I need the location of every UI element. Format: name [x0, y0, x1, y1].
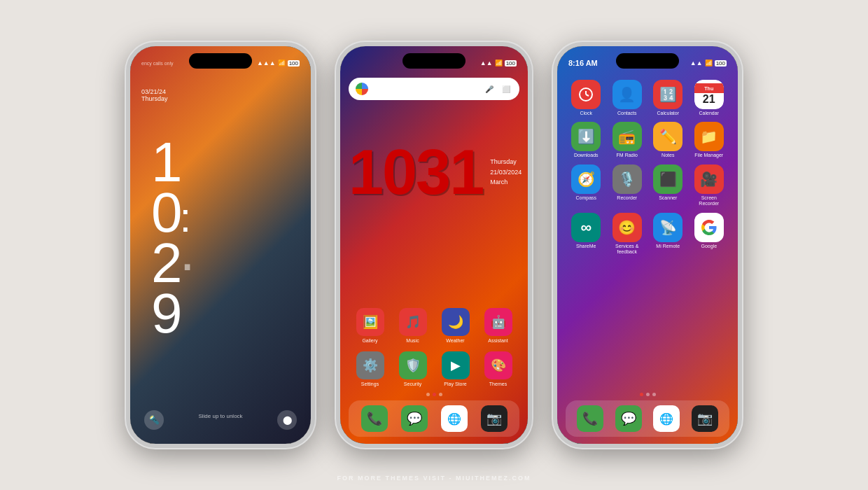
lens-icon[interactable]: ⬜ [500, 83, 512, 95]
app-row-1: 🖼️ Gallery 🎵 Music 🌙 Weather 🤖 [349, 308, 519, 343]
settings-icon: ⚙️ [356, 351, 384, 379]
dot-2 [433, 393, 436, 396]
app-grid-phone2: 🖼️ Gallery 🎵 Music 🌙 Weather 🤖 [349, 308, 519, 395]
miremote-icon: 📡 [653, 213, 682, 242]
app-playstore[interactable]: ▶ Play Store [438, 351, 473, 386]
phone3-time: 8:16 AM [568, 59, 598, 67]
app-shareme[interactable]: ∞ ShareMe [568, 213, 604, 255]
screenrecorder-icon: 🎥 [694, 164, 724, 194]
phone-2-homescreen: ▲▲ 📶 100 🎤 ⬜ 10 31 [336, 42, 532, 448]
google-icon [694, 213, 724, 242]
screenrecorder-label: Screen Recorder [691, 195, 727, 207]
page-indicator-phone3 [557, 393, 738, 396]
watermark: FOR MORE THEMES VISIT - MIUITHEMEZ.COM [0, 475, 868, 482]
dock-chrome-icon[interactable]: 🌐 [441, 405, 468, 432]
calendar-label: Calendar [699, 111, 719, 116]
app-compass[interactable]: 🧭 Compass [568, 164, 604, 207]
mic-icon[interactable]: 🎤 [483, 83, 496, 95]
app-security[interactable]: 🛡️ Security [396, 351, 430, 386]
app-themes[interactable]: 🎨 Themes [481, 351, 516, 386]
app-miremote[interactable]: 📡 Mi Remote [650, 213, 686, 255]
dock-p3-phone-icon[interactable]: 📞 [577, 405, 603, 432]
scanner-icon: ⬛ [653, 164, 682, 194]
app-google[interactable]: Google [691, 213, 727, 255]
app-row-p3-2: ⬇️ Downloads 📻 FM Radio ✏️ Notes 📁 [566, 122, 729, 158]
notes-icon: ✏️ [653, 122, 682, 151]
app-clock[interactable]: Clock [568, 80, 604, 116]
app-fmradio[interactable]: 📻 FM Radio [609, 122, 645, 158]
app-assistant[interactable]: 🤖 Assistant [481, 308, 516, 343]
app-notes[interactable]: ✏️ Notes [650, 122, 686, 158]
app-calculator[interactable]: 🔢 Calculator [650, 80, 686, 116]
widget-date: 21/03/2024 [490, 167, 522, 177]
app-services[interactable]: 😊 Services & feedback [609, 213, 645, 255]
services-label: Services & feedback [609, 244, 645, 255]
miremote-label: Mi Remote [656, 244, 680, 249]
clock-icon [571, 80, 601, 109]
dock-camera-icon[interactable]: 📷 [481, 405, 507, 432]
playstore-label: Play Store [444, 382, 466, 386]
shareme-label: ShareMe [576, 244, 596, 249]
downloads-label: Downloads [574, 153, 598, 158]
app-row-p3-4: ∞ ShareMe 😊 Services & feedback 📡 Mi Rem… [566, 213, 729, 255]
assistant-icon: 🤖 [484, 308, 512, 336]
app-calendar[interactable]: Thu 21 Calendar [691, 80, 727, 116]
dock-messages-icon[interactable]: 💬 [401, 405, 428, 432]
app-filemanager[interactable]: 📁 File Manager [691, 122, 727, 158]
app-settings[interactable]: ⚙️ Settings [353, 351, 388, 386]
app-contacts[interactable]: 👤 Contacts [609, 80, 645, 116]
dot-p3-2 [646, 393, 650, 396]
camera-icon-lockscreen[interactable]: ⬤ [277, 410, 297, 430]
downloads-icon: ⬇️ [571, 122, 601, 151]
contacts-label: Contacts [617, 111, 637, 116]
emergency-text: ency calls only [141, 61, 174, 66]
fmradio-icon: 📻 [612, 122, 642, 151]
dock-p3-chrome-icon[interactable]: 🌐 [653, 405, 680, 432]
security-label: Security [404, 382, 421, 386]
settings-label: Settings [361, 382, 379, 386]
dock-p3-messages-icon[interactable]: 💬 [615, 405, 642, 432]
contacts-icon: 👤 [612, 80, 642, 109]
svg-line-2 [586, 94, 589, 96]
dot-p3-3 [652, 393, 656, 396]
calculator-label: Calculator [657, 111, 679, 116]
recorder-icon: 🎙️ [612, 164, 642, 194]
phone1-date: 03/21/24 Thursday [141, 88, 168, 102]
dot-3 [439, 393, 442, 396]
app-row-p3-3: 🧭 Compass 🎙️ Recorder ⬛ Scanner 🎥 [566, 164, 729, 207]
app-gallery[interactable]: 🖼️ Gallery [353, 308, 388, 343]
dock-p3-camera-icon[interactable]: 📷 [692, 405, 718, 432]
app-music[interactable]: 🎵 Music [396, 308, 430, 343]
gallery-label: Gallery [362, 338, 377, 343]
assistant-label: Assistant [488, 338, 507, 343]
status-icons-phone1: ▲▲▲ 📶 100 [257, 59, 300, 66]
music-icon: 🎵 [399, 308, 427, 336]
app-scanner[interactable]: ⬛ Scanner [650, 164, 686, 207]
scene: ency calls only ▲▲▲ 📶 100 03/21/24 Thurs… [126, 42, 742, 448]
flashlight-icon[interactable]: 🔦 [144, 410, 164, 430]
filemanager-label: File Manager [694, 153, 723, 158]
themes-icon: 🎨 [484, 351, 512, 379]
weather-icon: 🌙 [442, 308, 470, 336]
dot-p3-1 [640, 393, 643, 396]
widget-minute: 31 [416, 141, 483, 204]
dock-phone-icon[interactable]: 📞 [361, 405, 388, 432]
dock-phone3: 📞 💬 🌐 📷 [566, 400, 729, 437]
playstore-icon: ▶ [442, 351, 470, 379]
page-indicator-phone2 [340, 393, 528, 396]
app-recorder[interactable]: 🎙️ Recorder [609, 164, 645, 207]
services-icon: 😊 [612, 213, 642, 242]
google-logo [356, 83, 368, 95]
security-icon: 🛡️ [399, 351, 427, 379]
widget-date-info: Thursday 21/03/2024 March [490, 157, 522, 187]
filemanager-icon: 📁 [694, 122, 724, 151]
google-label: Google [701, 244, 717, 249]
phone-1-lockscreen: ency calls only ▲▲▲ 📶 100 03/21/24 Thurs… [126, 42, 315, 448]
recorder-label: Recorder [617, 195, 637, 201]
phone1-day-value: Thursday [141, 95, 168, 102]
calendar-icon: Thu 21 [694, 80, 724, 109]
app-screenrecorder[interactable]: 🎥 Screen Recorder [691, 164, 727, 207]
app-downloads[interactable]: ⬇️ Downloads [568, 122, 604, 158]
app-weather[interactable]: 🌙 Weather [438, 308, 473, 343]
search-bar[interactable]: 🎤 ⬜ [349, 78, 519, 100]
